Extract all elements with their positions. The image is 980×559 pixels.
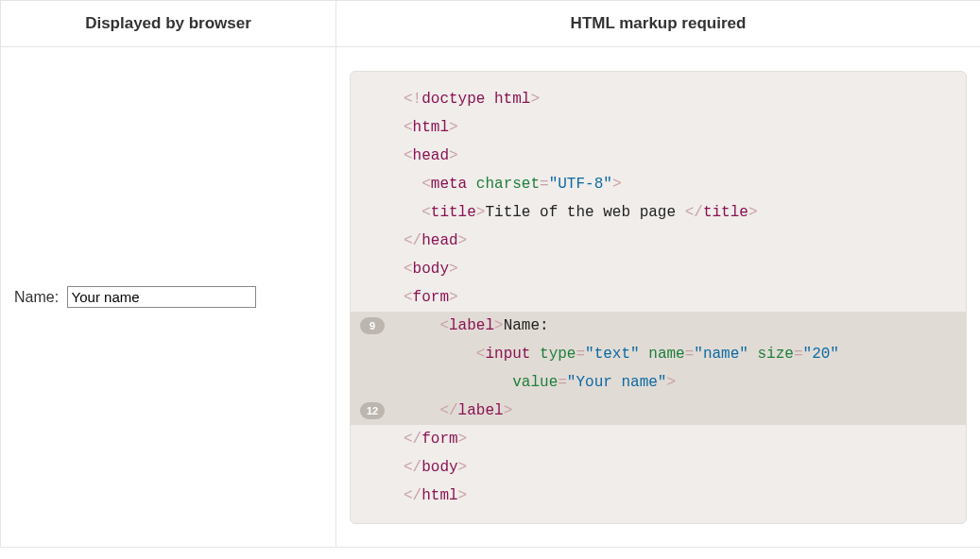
name-label: Name:	[14, 289, 59, 305]
code-line: </body>	[351, 453, 966, 482]
code-line: <body>	[351, 255, 966, 283]
code-line: <html>	[351, 113, 966, 142]
header-displayed: Displayed by browser	[1, 1, 336, 47]
rendered-output-cell: Name:	[1, 47, 336, 548]
code-line: </html>	[351, 482, 966, 510]
code-line: <form>	[351, 283, 966, 312]
line-number-badge: 9	[360, 317, 385, 334]
line-number-badge: 12	[360, 402, 385, 419]
header-markup: HTML markup required	[336, 1, 981, 47]
code-line: </form>	[351, 425, 966, 453]
code-line-highlight: value="Your name">	[351, 368, 966, 397]
code-line: <head>	[351, 142, 966, 170]
form-demo: Name:	[14, 286, 322, 308]
code-line: <meta charset="UTF-8">	[351, 170, 966, 198]
code-line: <!doctype html>	[351, 85, 966, 113]
code-line: </head>	[351, 227, 966, 255]
markup-cell: <!doctype html> <html> <head> <meta char…	[336, 47, 981, 548]
example-table: Displayed by browser HTML markup require…	[0, 0, 980, 548]
code-block: <!doctype html> <html> <head> <meta char…	[350, 71, 967, 524]
code-line-highlight: 9 <label>Name:	[351, 312, 966, 340]
name-input[interactable]	[67, 286, 256, 308]
code-line-highlight: <input type="text" name="name" size="20"	[351, 340, 966, 368]
code-line-highlight: 12 </label>	[351, 397, 966, 425]
code-line: <title>Title of the web page </title>	[351, 198, 966, 227]
